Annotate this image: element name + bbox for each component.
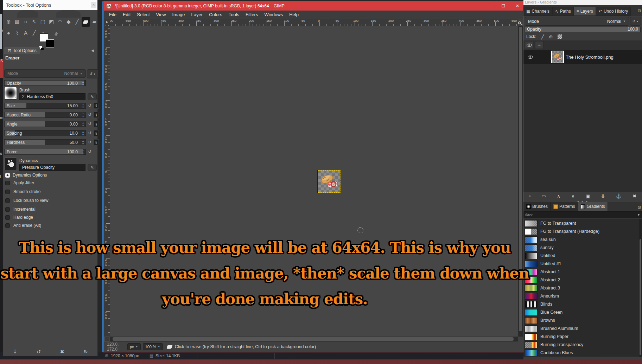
- spinner-icons[interactable]: ▲▼: [82, 130, 84, 136]
- size-slider[interactable]: Size15.00▲▼: [4, 103, 86, 109]
- new-layer-group-button[interactable]: ▭: [542, 193, 546, 199]
- mode-reset-button[interactable]: ↺▼: [87, 69, 98, 78]
- menu-help[interactable]: Help: [286, 12, 302, 17]
- gradient-filter-input[interactable]: [525, 212, 631, 218]
- collapse-arrow-icon[interactable]: ◀: [91, 49, 94, 52]
- layer-mode-dropdown[interactable]: Mode Normal ▼: [525, 17, 629, 26]
- delete-layer-button[interactable]: ✖: [633, 193, 636, 199]
- tab-patterns[interactable]: Patterns: [551, 202, 578, 211]
- dock-title[interactable]: Layers - Gradients: [523, 0, 642, 5]
- checkbox-apply-jitter[interactable]: Apply Jitter: [5, 180, 34, 185]
- clone-tool[interactable]: ▰: [90, 17, 98, 27]
- duplicate-layer-button[interactable]: ▣: [586, 193, 590, 199]
- blur-tool[interactable]: ●: [4, 28, 13, 38]
- color-picker-tool[interactable]: ╱: [30, 28, 38, 38]
- tab-menu-icon[interactable]: ⊡: [638, 8, 641, 13]
- vertical-ruler[interactable]: 4003503002502001501005005010015020025030…: [104, 26, 110, 337]
- layer-list-empty-area[interactable]: [523, 64, 642, 192]
- tab-tool-options[interactable]: ⊡ Tool Options: [4, 47, 40, 54]
- lower-layer-button[interactable]: ∨: [571, 193, 575, 199]
- gradient-row[interactable]: Untitled #1: [523, 260, 642, 268]
- menu-edit[interactable]: Edit: [120, 12, 134, 17]
- gradient-row[interactable]: sea sun: [523, 236, 642, 244]
- anchor-layer-button[interactable]: ⚓: [616, 193, 622, 199]
- checkbox-icon[interactable]: [5, 207, 10, 212]
- menu-tools[interactable]: Tools: [225, 12, 242, 17]
- horizontal-ruler[interactable]: -600-550-500-450-400-350-300-250-200-150…: [104, 19, 518, 26]
- bucket-fill-tool[interactable]: ◆: [64, 17, 73, 27]
- gradient-row[interactable]: Blue Green: [523, 308, 642, 317]
- reset-icon[interactable]: ↺: [87, 149, 93, 155]
- checkbox-icon[interactable]: [5, 198, 10, 203]
- tab-undo-history[interactable]: ↶Undo History: [596, 7, 631, 16]
- gradient-row[interactable]: Burning Transparency: [523, 341, 642, 349]
- visibility-header-button[interactable]: [525, 41, 533, 49]
- reset-icon[interactable]: ↺: [87, 139, 93, 145]
- eraser-mode-dropdown[interactable]: Mode Normal ▼: [4, 69, 86, 78]
- ruler-origin-button[interactable]: ▶: [104, 19, 110, 25]
- save-tool-preset-button[interactable]: ↧: [13, 349, 17, 355]
- gradient-row[interactable]: Untitled: [523, 252, 642, 260]
- quickmask-toggle-button[interactable]: [104, 337, 109, 341]
- crop-tool[interactable]: ▢: [39, 17, 47, 27]
- swap-colors-icon[interactable]: ⇄: [53, 31, 59, 37]
- reset-icon[interactable]: ↺: [87, 112, 93, 118]
- spinner-icons[interactable]: ▲▼: [82, 103, 84, 109]
- maximize-button[interactable]: ☐: [501, 4, 505, 8]
- force-slider[interactable]: Force100.0▲▼: [4, 149, 86, 155]
- opacity-slider[interactable]: Opacity 100.0 ▲▼: [4, 80, 86, 86]
- checkbox-incremental[interactable]: Incremental: [5, 207, 36, 212]
- eraser-tool[interactable]: [82, 17, 90, 27]
- tab-menu-icon[interactable]: ⊡: [638, 205, 641, 210]
- horizontal-scrollbar[interactable]: [110, 337, 518, 341]
- gradient-row[interactable]: FG to Transparent: [523, 219, 642, 228]
- toolbox-titlebar[interactable]: Toolbox - Tool Options ✕: [3, 0, 97, 10]
- restore-tool-preset-button[interactable]: ↺: [37, 349, 41, 355]
- gradient-row[interactable]: Aneurism: [523, 292, 642, 300]
- close-button[interactable]: ✕: [516, 4, 519, 8]
- background-color-swatch[interactable]: [46, 39, 54, 48]
- checkbox-lock-brush-to-view[interactable]: Lock brush to view: [5, 198, 48, 203]
- transform-tool[interactable]: ◩: [47, 17, 56, 27]
- canvas-image-64x64[interactable]: [318, 170, 341, 193]
- gradient-row[interactable]: FG to Transparent (Hardedge): [523, 228, 642, 236]
- fuzzy-select-tool[interactable]: ↖: [30, 17, 38, 27]
- raise-layer-button[interactable]: ∧: [557, 193, 560, 199]
- dynamics-options-expander[interactable]: + Dynamics Options: [5, 173, 47, 178]
- gradient-row[interactable]: Abstract 2: [523, 276, 642, 284]
- zoom-dropdown[interactable]: 100 % ▼: [143, 343, 163, 350]
- angle-slider[interactable]: Angle0.00▲▼: [4, 121, 86, 127]
- move-tool[interactable]: ⊕: [4, 17, 13, 27]
- vertical-scrollbar[interactable]: [518, 26, 523, 337]
- tab-brushes[interactable]: Brushes: [523, 202, 551, 211]
- minimize-button[interactable]: —: [487, 4, 491, 8]
- handle-transform-tool[interactable]: ◠: [56, 17, 64, 27]
- gradient-row[interactable]: Browns: [523, 317, 642, 325]
- layer-row[interactable]: The Holy Stromboli.png: [523, 50, 642, 64]
- aspect-ratio-slider[interactable]: Aspect Ratio0.00▲▼: [4, 112, 86, 118]
- gradient-row[interactable]: Brushed Aluminium: [523, 325, 642, 333]
- dynamics-thumbnail[interactable]: [4, 158, 17, 170]
- gradient-row[interactable]: Blinds: [523, 300, 642, 308]
- spinner-icons[interactable]: ▲▼: [82, 121, 84, 127]
- new-layer-button[interactable]: ▫: [529, 193, 531, 199]
- menu-colors[interactable]: Colors: [206, 12, 225, 17]
- spinner-icons[interactable]: ▲▼: [82, 81, 84, 86]
- link-to-brush-icon[interactable]: §: [94, 121, 99, 127]
- lock-pixels-icon[interactable]: ╱: [541, 34, 544, 39]
- checkbox-hard-edge[interactable]: Hard edge: [5, 215, 33, 220]
- link-header-button[interactable]: ∞: [535, 41, 544, 49]
- reset-icon[interactable]: ↺: [87, 130, 93, 136]
- spacing-slider[interactable]: Spacing10.0▲▼: [4, 130, 86, 136]
- canvas-area[interactable]: [110, 26, 518, 337]
- layer-opacity-slider[interactable]: Opacity 100.0: [525, 27, 641, 32]
- delete-tool-preset-button[interactable]: ✖: [60, 349, 64, 355]
- checkbox-icon[interactable]: [5, 181, 10, 185]
- gradient-row[interactable]: Abstract 1: [523, 268, 642, 276]
- layer-thumbnail[interactable]: [551, 51, 564, 63]
- gradient-row[interactable]: Caribbean Blues: [523, 349, 642, 357]
- lock-alpha-icon[interactable]: [558, 34, 562, 39]
- merge-layer-button[interactable]: ⇊: [601, 193, 605, 199]
- paintbrush-tool[interactable]: ╱: [73, 17, 81, 27]
- edit-dynamics-button[interactable]: ✎: [88, 164, 97, 171]
